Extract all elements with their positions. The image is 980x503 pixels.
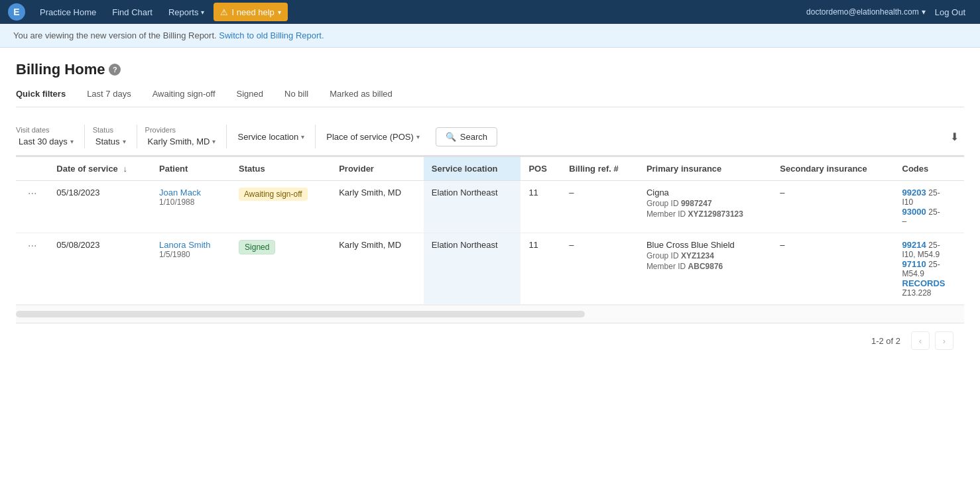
patient-link[interactable]: Joan Mack xyxy=(159,188,201,197)
patient-link[interactable]: Lanora Smith xyxy=(159,240,210,250)
date-of-service-header[interactable]: Date of service ↓ xyxy=(48,156,151,181)
codes-cell: 99214 25- I10, M54.9 97110 25- M54.9 REC… xyxy=(894,233,965,305)
table-header-row: Date of service ↓ Patient Status Provide… xyxy=(16,156,964,181)
status-badge: Awaiting sign-off xyxy=(239,188,308,201)
info-banner: You are viewing the new version of the B… xyxy=(0,24,980,48)
help-button[interactable]: ⚠ I need help ▾ xyxy=(214,3,287,21)
status-select[interactable]: Status ▾ xyxy=(93,135,129,148)
quick-filter-last-7-days[interactable]: Last 7 days xyxy=(76,89,142,104)
page-help-icon[interactable]: ? xyxy=(109,64,121,76)
visit-dates-select[interactable]: Last 30 days ▾ xyxy=(16,135,76,148)
help-dropdown-icon: ▾ xyxy=(278,9,281,16)
code-link[interactable]: 99203 xyxy=(902,188,926,197)
service-location-cell: Elation Northeast xyxy=(424,233,521,305)
code-sub: I10, M54.9 xyxy=(902,250,957,259)
table-row: ··· 05/18/2023 Joan Mack 1/10/1988 Await… xyxy=(16,181,964,233)
primary-insurance-group: Group ID 9987247 xyxy=(646,199,764,208)
primary-insurance-member: Member ID ABC9876 xyxy=(646,262,764,271)
providers-select[interactable]: Karly Smith, MD ▾ xyxy=(145,135,219,148)
status-cell: Signed xyxy=(231,233,331,305)
user-email: doctordemo@elationhealth.com ▾ xyxy=(806,7,926,17)
app-logo: E xyxy=(8,3,25,21)
primary-insurance-cell: Cigna Group ID 9987247 Member ID XYZ1298… xyxy=(639,181,772,233)
visit-dates-chevron: ▾ xyxy=(70,138,74,145)
provider-cell: Karly Smith, MD xyxy=(331,181,424,233)
service-location-filter[interactable]: Service location ▾ xyxy=(235,131,307,143)
status-header[interactable]: Status xyxy=(231,156,331,181)
primary-insurance-header[interactable]: Primary insurance xyxy=(639,156,772,181)
secondary-insurance-header[interactable]: Secondary insurance xyxy=(772,156,894,181)
billing-table: Date of service ↓ Patient Status Provide… xyxy=(16,156,964,305)
code-link[interactable]: 93000 xyxy=(902,207,926,217)
provider-cell: Karly Smith, MD xyxy=(331,233,424,305)
table-row: ··· 05/08/2023 Lanora Smith 1/5/1980 Sig… xyxy=(16,233,964,305)
horizontal-scrollbar[interactable] xyxy=(16,311,585,317)
pagination-next-button[interactable]: › xyxy=(935,331,953,350)
nav-practice-home[interactable]: Practice Home xyxy=(33,0,103,24)
patient-dob: 1/10/1988 xyxy=(159,197,223,207)
nav-reports[interactable]: Reports ▾ xyxy=(162,0,212,24)
status-cell: Awaiting sign-off xyxy=(231,181,331,233)
billing-table-container: Date of service ↓ Patient Status Provide… xyxy=(16,156,964,323)
download-button[interactable]: ⬇ xyxy=(945,128,964,146)
providers-chevron: ▾ xyxy=(212,138,215,145)
quick-filter-no-bill[interactable]: No bill xyxy=(274,89,319,104)
code-link[interactable]: 99214 xyxy=(902,240,926,250)
quick-filter-signed[interactable]: Signed xyxy=(226,89,274,104)
quick-filter-awaiting-sign-off[interactable]: Awaiting sign-off xyxy=(142,89,226,104)
primary-insurance-member: Member ID XYZ129873123 xyxy=(646,209,764,219)
top-navigation: E Practice Home Find Chart Reports ▾ ⚠ I… xyxy=(0,0,980,24)
status-chevron: ▾ xyxy=(123,138,126,145)
status-filter[interactable]: Status Status ▾ xyxy=(93,126,129,148)
code-detail: 25- xyxy=(928,260,940,269)
pos-filter[interactable]: Place of service (POS) ▾ xyxy=(324,131,422,143)
patient-cell: Lanora Smith 1/5/1980 xyxy=(151,233,231,305)
visit-dates-label: Visit dates xyxy=(16,126,76,134)
sort-arrow-icon: ↓ xyxy=(123,164,127,174)
pos-header[interactable]: POS xyxy=(521,156,561,181)
pos-chevron: ▾ xyxy=(416,133,420,140)
pagination-prev-button[interactable]: ‹ xyxy=(911,331,930,350)
visit-dates-filter[interactable]: Visit dates Last 30 days ▾ xyxy=(16,126,76,148)
row-actions: ··· xyxy=(16,181,48,233)
patient-header[interactable]: Patient xyxy=(151,156,231,181)
code-link[interactable]: 97110 xyxy=(902,259,926,269)
quick-filter-marked-as-billed[interactable]: Marked as billed xyxy=(319,89,403,104)
reports-dropdown-icon: ▾ xyxy=(201,9,204,16)
row-menu-button[interactable]: ··· xyxy=(24,239,40,252)
nav-find-chart[interactable]: Find Chart xyxy=(105,0,159,24)
filter-divider-4 xyxy=(315,125,316,148)
search-button[interactable]: 🔍 Search xyxy=(436,127,497,146)
quick-filters-bar: Quick filters Last 7 days Awaiting sign-… xyxy=(16,89,964,107)
status-badge: Signed xyxy=(239,240,275,254)
pagination-info: 1-2 of 2 xyxy=(871,336,900,346)
pos-cell: 11 xyxy=(521,181,561,233)
records-code-link[interactable]: RECORDS xyxy=(902,278,946,288)
code-sub: – xyxy=(902,217,957,226)
service-location-header[interactable]: Service location xyxy=(424,156,521,181)
code-detail: 25- xyxy=(928,241,940,250)
filter-divider-1 xyxy=(84,125,85,148)
warning-icon: ⚠ xyxy=(220,7,228,17)
providers-label: Providers xyxy=(145,126,219,134)
code-sub: Z13.228 xyxy=(902,288,957,298)
service-location-select[interactable]: Service location ▾ xyxy=(235,131,307,143)
codes-header[interactable]: Codes xyxy=(894,156,965,181)
pos-select[interactable]: Place of service (POS) ▾ xyxy=(324,131,422,143)
providers-filter[interactable]: Providers Karly Smith, MD ▾ xyxy=(145,126,219,148)
code-entry: 99214 25- I10, M54.9 xyxy=(902,240,957,259)
filter-divider-3 xyxy=(226,125,227,148)
secondary-insurance-cell: – xyxy=(772,181,894,233)
provider-header[interactable]: Provider xyxy=(331,156,424,181)
primary-insurance-name: Cigna xyxy=(646,188,764,197)
switch-to-old-report-link[interactable]: Switch to old Billing Report. xyxy=(219,30,324,40)
billing-ref-header[interactable]: Billing ref. # xyxy=(561,156,639,181)
code-entry: 97110 25- M54.9 xyxy=(902,259,957,278)
logout-button[interactable]: Log Out xyxy=(928,7,972,17)
patient-cell: Joan Mack 1/10/1988 xyxy=(151,181,231,233)
code-sub: I10 xyxy=(902,197,957,207)
download-icon: ⬇ xyxy=(950,131,959,142)
date-of-service-cell: 05/18/2023 xyxy=(48,181,151,233)
code-detail: 25- xyxy=(928,188,940,197)
row-menu-button[interactable]: ··· xyxy=(24,186,40,200)
